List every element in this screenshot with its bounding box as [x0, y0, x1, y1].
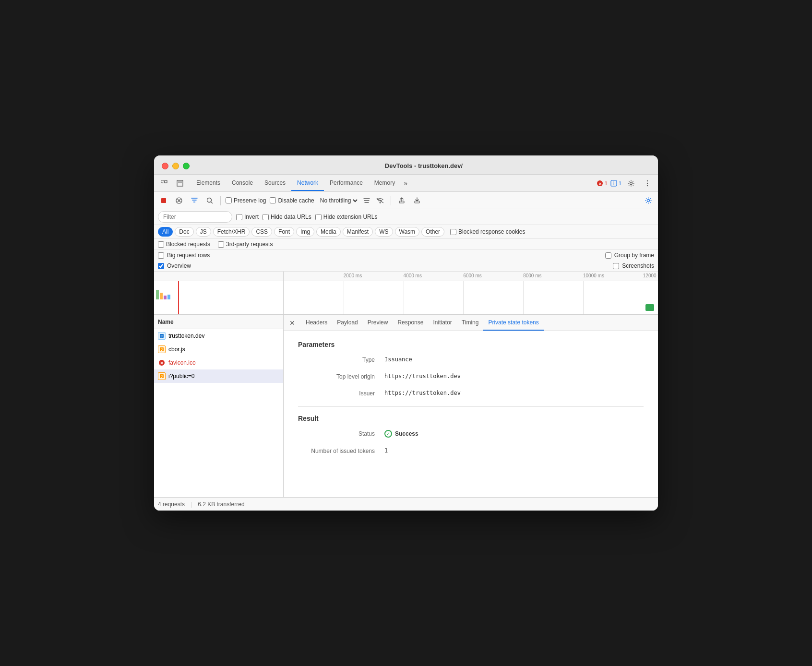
svg-point-9	[647, 180, 648, 181]
detail-tab-preview[interactable]: Preview	[363, 315, 393, 331]
filter-type-wasm[interactable]: Wasm	[395, 227, 420, 237]
transferred-size: 6.2 KB transferred	[198, 501, 244, 508]
cbor-icon: J	[158, 345, 166, 353]
result-title: Result	[298, 415, 644, 422]
issuer-value: https://trusttoken.dev	[384, 390, 461, 396]
blocked-cookies-checkbox[interactable]	[450, 229, 456, 235]
group-by-frame-checkbox[interactable]	[605, 252, 611, 259]
tab-network[interactable]: Network	[291, 176, 324, 191]
screenshots-checkbox[interactable]	[613, 263, 619, 269]
tab-elements[interactable]: Elements	[191, 176, 226, 191]
tab-console[interactable]: Console	[226, 176, 259, 191]
hide-data-urls-group[interactable]: Hide data URLs	[263, 214, 311, 220]
filter-type-fetch-xhr[interactable]: Fetch/XHR	[213, 227, 250, 237]
search-icon[interactable]	[204, 195, 215, 206]
tab-icons	[158, 177, 187, 190]
detail-tabs: ✕ Headers Payload Preview Response Initi…	[284, 315, 658, 331]
throttle-select[interactable]: No throttling	[318, 197, 359, 204]
download-har-icon[interactable]	[411, 195, 423, 206]
disable-cache-checkbox[interactable]	[270, 197, 276, 203]
wifi-icon[interactable]	[374, 195, 386, 206]
svg-rect-12	[161, 198, 166, 203]
third-party-checkbox[interactable]	[218, 241, 224, 248]
svg-rect-3	[178, 181, 182, 183]
file-item-favicon[interactable]: ✕ favicon.ico	[154, 356, 283, 369]
filter-type-other[interactable]: Other	[421, 227, 444, 237]
more-options-icon[interactable]	[641, 177, 654, 190]
group-by-frame-label: Group by frame	[614, 252, 654, 259]
hide-extension-urls-group[interactable]: Hide extension URLs	[315, 214, 378, 220]
detail-content: Parameters Type Issuance Top level origi…	[284, 331, 658, 474]
svg-text:✕: ✕	[160, 361, 164, 366]
blocked-requests-checkbox[interactable]	[158, 241, 164, 248]
svg-rect-0	[162, 180, 164, 183]
filter-type-img[interactable]: Img	[296, 227, 314, 237]
detail-tab-response[interactable]: Response	[393, 315, 428, 331]
favicon-icon: ✕	[158, 359, 166, 367]
timeline-body	[154, 281, 658, 315]
filter-type-manifest[interactable]: Manifest	[343, 227, 373, 237]
detail-tab-initiator[interactable]: Initiator	[428, 315, 456, 331]
blocked-requests-group[interactable]: Blocked requests	[158, 241, 210, 248]
error-badge: ✕ 1	[597, 180, 608, 187]
screenshots-group[interactable]: Screenshots	[613, 262, 654, 269]
filter-type-all[interactable]: All	[158, 227, 173, 237]
preserve-log-checkbox-group[interactable]: Preserve log	[226, 197, 266, 204]
devtools-body: Elements Console Sources Network Perform…	[154, 175, 658, 511]
file-item-ipublic[interactable]: J i?public=0	[154, 369, 283, 383]
tab-right-actions: ✕ 1 i 1	[597, 177, 654, 190]
upload-har-icon[interactable]	[396, 195, 407, 206]
third-party-requests-group[interactable]: 3rd-party requests	[218, 241, 273, 248]
filter-type-js[interactable]: JS	[196, 227, 211, 237]
invert-checkbox-group[interactable]: Invert	[236, 214, 259, 220]
devtools-settings-icon[interactable]	[624, 177, 638, 190]
detail-close-button[interactable]: ✕	[286, 316, 299, 330]
file-name-cbor: cbor.js	[168, 346, 185, 353]
filter-type-font[interactable]: Font	[274, 227, 294, 237]
detail-tab-headers[interactable]: Headers	[301, 315, 332, 331]
disable-cache-checkbox-group[interactable]: Disable cache	[270, 197, 314, 204]
network-settings-icon[interactable]	[643, 195, 654, 206]
svg-point-8	[630, 182, 633, 184]
detail-tab-timing[interactable]: Timing	[457, 315, 484, 331]
detail-tab-private-state-tokens[interactable]: Private state tokens	[483, 315, 543, 331]
svg-point-11	[647, 185, 648, 186]
maximize-button[interactable]	[183, 163, 190, 169]
filter-type-css[interactable]: CSS	[251, 227, 272, 237]
filter-type-ws[interactable]: WS	[375, 227, 393, 237]
svg-rect-22	[161, 337, 162, 337]
file-item-trusttoken[interactable]: trusttoken.dev	[154, 329, 283, 343]
detail-tab-payload[interactable]: Payload	[332, 315, 362, 331]
filter-type-doc[interactable]: Doc	[175, 227, 193, 237]
file-item-cbor[interactable]: J cbor.js	[154, 343, 283, 356]
tab-more[interactable]: »	[401, 176, 410, 191]
issuer-row: Issuer https://trusttoken.dev	[298, 390, 644, 397]
svg-point-10	[647, 182, 648, 183]
invert-checkbox[interactable]	[236, 214, 242, 220]
big-rows-checkbox[interactable]	[158, 252, 164, 259]
tab-performance[interactable]: Performance	[324, 176, 369, 191]
close-button[interactable]	[162, 163, 168, 169]
preserve-log-checkbox[interactable]	[226, 197, 232, 203]
tab-sources[interactable]: Sources	[259, 176, 291, 191]
timeline-tick-6: 12000	[643, 273, 657, 278]
big-rows-group[interactable]: Big request rows	[158, 252, 210, 259]
group-by-frame-group[interactable]: Group by frame	[605, 252, 654, 259]
overview-checkbox[interactable]	[158, 263, 164, 269]
hide-data-urls-checkbox[interactable]	[263, 214, 269, 220]
filter-type-media[interactable]: Media	[316, 227, 341, 237]
blocked-cookies-group[interactable]: Blocked response cookies	[450, 228, 525, 235]
clear-button[interactable]	[173, 195, 185, 206]
hide-extension-urls-checkbox[interactable]	[315, 214, 322, 220]
minimize-button[interactable]	[172, 163, 179, 169]
inspector-icon[interactable]	[173, 177, 187, 190]
svg-text:✕: ✕	[598, 182, 601, 186]
overview-group[interactable]: Overview	[158, 262, 191, 269]
toolbar-right	[643, 195, 654, 206]
stop-recording-button[interactable]	[158, 195, 169, 206]
cursor-icon[interactable]	[158, 177, 171, 190]
filter-input[interactable]	[158, 211, 232, 223]
section-divider	[298, 406, 644, 407]
tab-memory[interactable]: Memory	[369, 176, 401, 191]
filter-icon[interactable]	[189, 195, 200, 206]
